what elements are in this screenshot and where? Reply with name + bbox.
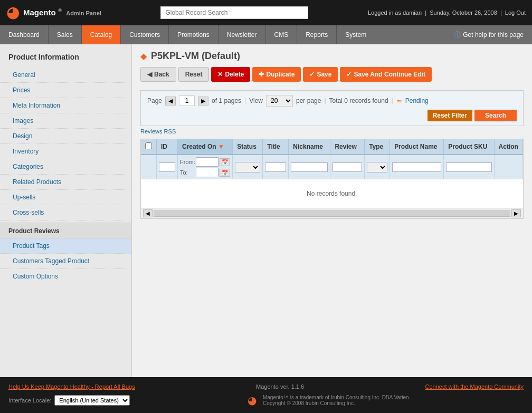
nav-item-cms[interactable]: CMS	[266, 25, 298, 44]
nav-item-reports[interactable]: Reports	[297, 25, 337, 44]
date-to-calendar-button[interactable]: 📅	[220, 169, 230, 177]
help-link[interactable]: ⓘ Get help for this page	[445, 25, 532, 44]
horizontal-scrollbar[interactable]: ◀ ▶	[141, 208, 523, 218]
select-all-checkbox[interactable]	[145, 142, 152, 149]
rss-links: Reviews RSS	[140, 126, 524, 139]
sidebar-item-design[interactable]: Design	[0, 129, 131, 144]
search-button[interactable]: Search	[474, 110, 517, 121]
nav-item-promotions[interactable]: Promotions	[169, 25, 218, 44]
nav-item-system[interactable]: System	[337, 25, 375, 44]
sidebar-item-up-sells[interactable]: Up-sells	[0, 190, 131, 205]
filter-id-input[interactable]	[159, 162, 175, 172]
filter-product-name-input[interactable]	[392, 162, 441, 172]
filter-checkbox-cell	[141, 155, 157, 179]
th-status[interactable]: Status	[233, 139, 263, 155]
th-product-sku[interactable]: Product SKU	[444, 139, 494, 155]
pages-info: of 1 pages	[212, 97, 241, 104]
th-created-on[interactable]: Created On ▼	[178, 139, 233, 155]
scroll-inner: ◀ ▶	[143, 209, 521, 217]
back-button[interactable]: ◀ Back	[140, 67, 176, 82]
filter-product-sku-input[interactable]	[446, 162, 491, 172]
footer-logo-icon: ◕	[248, 394, 256, 407]
footer-links: Help Us Keep Magento Healthy - Report Al…	[8, 383, 135, 390]
reset-button[interactable]: Reset	[178, 67, 210, 82]
current-page-input[interactable]	[179, 95, 195, 106]
scroll-right-button[interactable]: ▶	[511, 209, 521, 217]
pending-link[interactable]: Pending	[405, 97, 429, 104]
logo-text: Magento ® Admin Panel	[23, 8, 101, 17]
sidebar-item-images[interactable]: Images	[0, 113, 131, 129]
content-area: ◆ P5KPL-VM (Default) ◀ Back Reset ✕ Dele…	[132, 44, 532, 377]
next-page-button[interactable]: ▶	[198, 97, 208, 105]
sidebar-item-prices[interactable]: Prices	[0, 83, 131, 98]
scroll-track[interactable]	[154, 210, 510, 217]
sidebar: Product Information General Prices Meta …	[0, 44, 132, 377]
community-link[interactable]: Connect with the Magento Community	[425, 383, 524, 390]
save-button[interactable]: ✓ Save	[303, 67, 338, 82]
th-action[interactable]: Action	[494, 139, 522, 155]
reset-filter-button[interactable]: Reset Filter	[428, 110, 472, 121]
filter-review-input[interactable]	[332, 162, 362, 172]
prev-page-button[interactable]: ◀	[165, 97, 176, 105]
main-layout: Product Information General Prices Meta …	[0, 44, 532, 377]
duplicate-button[interactable]: ✚ Duplicate	[252, 67, 301, 82]
filter-title-cell	[263, 155, 289, 179]
delete-button[interactable]: ✕ Delete	[211, 67, 250, 82]
page-title-icon: ◆	[140, 51, 147, 61]
reviews-rss-link[interactable]: Reviews RSS	[140, 128, 176, 135]
magento-logo-icon: ◕	[6, 5, 19, 20]
sidebar-section-product-reviews: Product Reviews	[0, 223, 131, 238]
table-filter-row: From: 📅 To: 📅	[141, 155, 523, 179]
filter-type-select[interactable]: Administrator Customer Guest	[367, 162, 387, 172]
rss-icon: ≃	[396, 97, 402, 105]
th-product-name[interactable]: Product Name	[390, 139, 444, 155]
page-header: ◆ P5KPL-VM (Default)	[140, 51, 524, 62]
filter-status-select[interactable]: Approved Pending Not Approved	[235, 162, 260, 172]
th-id[interactable]: ID	[157, 139, 178, 155]
sidebar-item-customers-tagged[interactable]: Customers Tagged Product	[0, 254, 131, 269]
locale-select[interactable]: English (United States)	[54, 395, 130, 406]
sidebar-item-related-products[interactable]: Related Products	[0, 175, 131, 190]
footer-bottom: Interface Locale: English (United States…	[8, 394, 524, 407]
date-from-calendar-button[interactable]: 📅	[220, 158, 230, 166]
sidebar-item-cross-sells[interactable]: Cross-sells	[0, 205, 131, 220]
filter-nickname-input[interactable]	[291, 162, 328, 172]
sidebar-item-inventory[interactable]: Inventory	[0, 144, 131, 159]
nav-item-dashboard[interactable]: Dashboard	[0, 25, 49, 44]
filter-title-input[interactable]	[265, 162, 286, 172]
nav-item-customers[interactable]: Customers	[121, 25, 169, 44]
th-type[interactable]: Type	[365, 139, 390, 155]
sidebar-title: Product Information	[0, 49, 131, 68]
logout-link[interactable]: Log Out	[505, 9, 526, 16]
save-continue-button[interactable]: ✓ Save And Continue Edit	[340, 67, 432, 82]
table-header-row: ID Created On ▼ Status Title Nickname Re…	[141, 139, 523, 155]
global-search-input[interactable]	[160, 6, 308, 19]
sidebar-item-categories[interactable]: Categories	[0, 159, 131, 175]
locale-label: Interface Locale:	[8, 397, 51, 404]
footer-center: ◕ Magento™ is a trademark of Irubin Cons…	[134, 394, 524, 407]
sidebar-item-custom-options[interactable]: Custom Options	[0, 269, 131, 284]
th-review[interactable]: Review	[330, 139, 365, 155]
date-to-input[interactable]	[196, 168, 218, 177]
th-nickname[interactable]: Nickname	[289, 139, 330, 155]
footer: Help Us Keep Magento Healthy - Report Al…	[0, 377, 532, 413]
sidebar-item-product-tags[interactable]: Product Tags	[0, 238, 131, 254]
nav-bar: Dashboard Sales Catalog Customers Promot…	[0, 25, 532, 44]
filter-review-cell	[330, 155, 365, 179]
nav-item-sales[interactable]: Sales	[49, 25, 82, 44]
per-page-select[interactable]: 20 30 50 100 200	[266, 95, 293, 107]
nav-item-newsletter[interactable]: Newsletter	[218, 25, 266, 44]
bug-report-link[interactable]: Help Us Keep Magento Healthy - Report Al…	[8, 383, 135, 390]
sidebar-item-general[interactable]: General	[0, 68, 131, 83]
filter-right-buttons: Reset Filter Search	[428, 110, 517, 121]
sidebar-item-meta-information[interactable]: Meta Information	[0, 98, 131, 113]
nav-item-catalog[interactable]: Catalog	[82, 25, 121, 44]
date-from-input[interactable]	[196, 157, 218, 167]
no-records-cell: No records found.	[141, 179, 523, 208]
th-title[interactable]: Title	[263, 139, 289, 155]
filter-action-cell	[494, 155, 522, 179]
locale-area: Interface Locale: English (United States…	[8, 395, 130, 406]
logo-area: ◕ Magento ® Admin Panel	[6, 5, 101, 20]
scroll-left-button[interactable]: ◀	[143, 209, 153, 217]
logo-superscript: ®	[58, 8, 62, 13]
